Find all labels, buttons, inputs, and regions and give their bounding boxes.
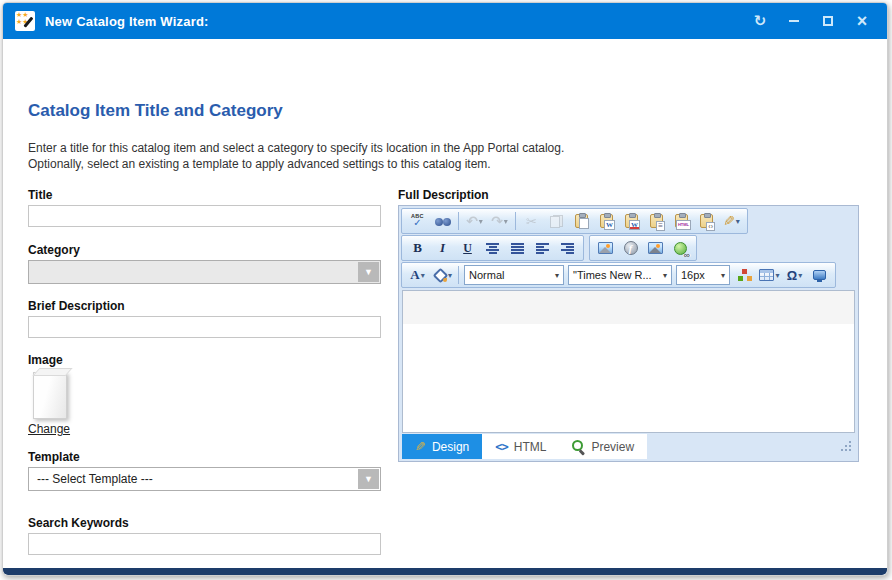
toolbar-separator [458, 266, 459, 284]
template-select-value: --- Select Template --- [37, 472, 153, 486]
toolbar-separator [458, 212, 459, 230]
paste-html-button[interactable] [694, 210, 719, 232]
minimize-button[interactable] [781, 9, 807, 33]
bold-icon [413, 240, 422, 256]
spellcheck-button[interactable] [405, 210, 430, 232]
brief-description-input[interactable] [28, 316, 381, 338]
html-code-icon [495, 440, 507, 454]
full-description-label: Full Description [398, 188, 489, 202]
close-button[interactable] [849, 9, 875, 33]
toolbar-group: ▾▾▾ [401, 208, 748, 234]
wizard-window: New Catalog Item Wizard: Catalog Item Ti… [2, 2, 888, 576]
background-color-button[interactable]: ▾ [430, 264, 455, 286]
flash-manager-button[interactable] [618, 237, 643, 259]
paragraph-style-select[interactable]: Normal▾ [464, 265, 564, 285]
css-class-icon [738, 269, 752, 281]
dropdown-arrow-icon: ▾ [798, 271, 802, 280]
chevron-down-icon: ▾ [660, 271, 667, 280]
editor-content-area[interactable] [402, 290, 855, 433]
paste-from-word-no-fonts-button[interactable] [619, 210, 644, 232]
dropdown-arrow-icon: ▾ [479, 217, 483, 226]
justify-button[interactable] [505, 237, 530, 259]
justify-icon [511, 243, 524, 254]
font-size-select[interactable]: 16px▾ [676, 265, 730, 285]
paste-from-word-no-fonts-icon [625, 214, 638, 228]
css-class-button[interactable] [732, 264, 757, 286]
dropdown-arrow-icon: ▾ [421, 271, 425, 280]
module-manager-button[interactable] [807, 264, 832, 286]
align-right-button[interactable] [555, 237, 580, 259]
paste-plain-text-button[interactable] [644, 210, 669, 232]
table-icon [759, 269, 774, 281]
bold-button[interactable] [405, 237, 430, 259]
change-image-link[interactable]: Change [28, 422, 70, 436]
title-label: Title [28, 188, 52, 202]
find-button[interactable] [430, 210, 455, 232]
window-title: New Catalog Item Wizard: [45, 14, 209, 29]
cut-icon [526, 214, 537, 229]
dropdown-arrow-icon: ▾ [775, 271, 779, 280]
category-label: Category [28, 243, 80, 257]
font-color-button[interactable]: ▾ [405, 264, 430, 286]
align-left-button[interactable] [530, 237, 555, 259]
toolbar-separator [515, 212, 516, 230]
resize-grip-icon[interactable] [841, 441, 851, 451]
hyperlink-manager-button[interactable] [668, 237, 693, 259]
chevron-down-icon[interactable]: ▼ [358, 262, 379, 282]
paste-button[interactable] [569, 210, 594, 232]
search-keywords-label: Search Keywords [28, 516, 129, 530]
chevron-down-icon[interactable]: ▼ [358, 469, 379, 489]
tab-design-label: Design [432, 440, 469, 454]
category-select[interactable]: ▼ [28, 260, 381, 284]
rich-text-editor: ▾▾▾▾▾Normal▾"Times New R...▾16px▾▾▾ Desi… [398, 205, 859, 462]
intro-text: Enter a title for this catalog item and … [28, 140, 564, 172]
underline-button[interactable] [455, 237, 480, 259]
align-center-button[interactable] [480, 237, 505, 259]
search-keywords-input[interactable] [28, 533, 381, 555]
paste-plain-text-icon [650, 214, 663, 228]
underline-icon [463, 241, 472, 256]
copy-button [544, 210, 569, 232]
chevron-down-icon: ▾ [718, 271, 725, 280]
catalog-item-image [33, 368, 71, 418]
tab-preview[interactable]: Preview [559, 434, 647, 459]
image-manager-button[interactable] [593, 237, 618, 259]
tab-preview-label: Preview [591, 440, 634, 454]
tab-html-label: HTML [514, 440, 547, 454]
paste-as-html-icon [675, 214, 688, 228]
titlebar: New Catalog Item Wizard: [3, 3, 887, 39]
page-title: Catalog Item Title and Category [28, 101, 283, 121]
symbol-button[interactable]: ▾ [782, 264, 807, 286]
italic-icon [440, 240, 445, 256]
refresh-button[interactable] [747, 9, 773, 33]
format-stripper-button[interactable]: ▾ [719, 210, 744, 232]
paste-as-html-button[interactable] [669, 210, 694, 232]
redo-icon [491, 213, 503, 229]
title-input[interactable] [28, 205, 381, 227]
tab-html[interactable]: HTML [482, 434, 559, 459]
toolbar-group: ▾▾Normal▾"Times New R...▾16px▾▾▾ [401, 262, 836, 288]
symbol-icon [787, 268, 797, 283]
toolbar-row: ▾▾Normal▾"Times New R...▾16px▾▾▾ [401, 262, 856, 288]
paste-from-word-button[interactable] [594, 210, 619, 232]
format-stripper-icon [723, 213, 735, 229]
table-button[interactable]: ▾ [757, 264, 782, 286]
tab-design[interactable]: Design [402, 434, 482, 459]
spellcheck-icon [411, 214, 424, 229]
italic-button[interactable] [430, 237, 455, 259]
media-manager-button[interactable] [643, 237, 668, 259]
dropdown-arrow-icon: ▾ [448, 271, 452, 280]
dropdown-arrow-icon: ▾ [504, 217, 508, 226]
undo-icon [466, 213, 478, 229]
paste-html-icon [700, 214, 713, 228]
image-label: Image [28, 353, 63, 367]
dialog-body: Catalog Item Title and Category Enter a … [3, 39, 887, 568]
template-select[interactable]: --- Select Template --- ▼ [28, 467, 381, 491]
font-name-select[interactable]: "Times New R...▾ [568, 265, 672, 285]
module-manager-icon [813, 270, 826, 280]
background-color-icon [433, 268, 447, 282]
toolbar-row: ▾▾▾ [401, 208, 856, 234]
dropdown-arrow-icon: ▾ [736, 217, 740, 226]
maximize-button[interactable] [815, 9, 841, 33]
image-manager-icon [598, 242, 613, 254]
